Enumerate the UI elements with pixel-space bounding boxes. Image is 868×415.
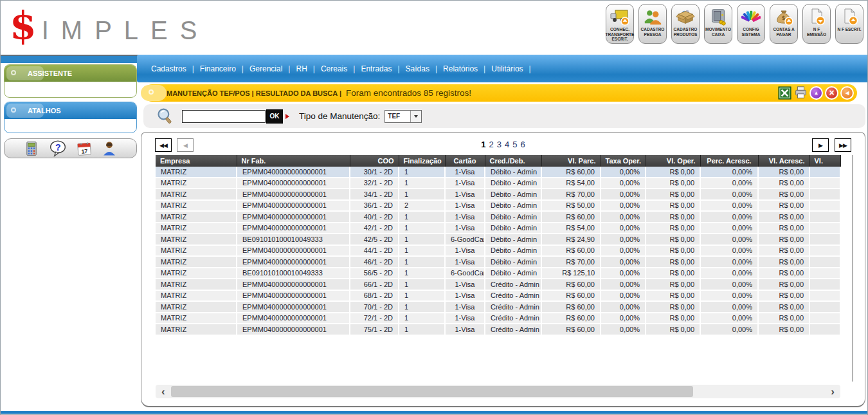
table-cell: 1-Visa [445, 200, 485, 212]
scroll-right-icon[interactable]: › [831, 385, 835, 398]
table-cell: 0,00% [700, 234, 758, 245]
menu-item-gerencial[interactable]: Gerencial [249, 64, 282, 73]
tipo-manutencao-select[interactable]: TEF [384, 110, 422, 123]
table-row[interactable]: MATRIZEPMM040000000000000144/1 - 2D11-Vi… [156, 245, 840, 257]
table-cell: 0,00% [601, 234, 646, 245]
column-header-taxa-oper[interactable]: Taxa Oper. [601, 155, 646, 167]
page-link-5[interactable]: 5 [512, 140, 517, 149]
close-icon[interactable]: × [825, 86, 838, 100]
table-cell: 0,00% [700, 189, 758, 200]
select-dropdown-button[interactable] [410, 111, 421, 122]
table-cell: Débito - Admin [485, 200, 541, 212]
ok-button[interactable]: OK [266, 109, 283, 124]
table-cell [809, 167, 840, 178]
toolbar-button-movimento-caixa[interactable]: MOVIMENTO CAIXA [704, 4, 732, 44]
table-cell: EPMM0400000000000001 [237, 189, 350, 200]
help-icon[interactable]: ? [48, 140, 68, 158]
table-cell: 1-Visa [445, 189, 485, 200]
column-header-cartao[interactable]: Cartão [445, 155, 485, 167]
menu-item-financeiro[interactable]: Financeiro [200, 64, 236, 73]
back-icon[interactable]: ◀ [840, 86, 854, 100]
column-header-finalizacao[interactable]: Finalização [399, 155, 445, 167]
column-header-vl-acresc[interactable]: Vl. Acresc. [758, 155, 809, 167]
horizontal-scrollbar[interactable]: ‹ › [156, 385, 840, 398]
table-cell: 0,00% [601, 324, 646, 335]
column-header-vl-parc[interactable]: Vl. Parc. [541, 155, 601, 167]
vertical-scrollbar[interactable] [852, 155, 853, 382]
excel-export-icon[interactable] [777, 86, 791, 100]
page-link-6[interactable]: 6 [520, 140, 525, 149]
menu-item-utilitarios[interactable]: Utilitários [491, 64, 523, 73]
toolbar-button-cadastro-produtos[interactable]: CADASTRO PRODUTOS [671, 4, 700, 44]
table-body: MATRIZEPMM040000000000000130/1 - 2D11-Vi… [156, 167, 840, 335]
table-cell: MATRIZ [156, 279, 237, 290]
table-cell: Débito - Admin [485, 211, 541, 223]
table-row[interactable]: MATRIZEPMM040000000000000134/1 - 2D11-Vi… [156, 189, 840, 200]
toolbar-button-contas-a-pagar[interactable]: $ CONTAS A PAGAR [770, 4, 798, 44]
toolbar-button-nf-escrit[interactable]: N F ESCRIT. [835, 4, 863, 44]
horizontal-scrollbar-thumb[interactable] [171, 386, 693, 397]
menu-item-saidas[interactable]: Saídas [406, 64, 429, 73]
column-header-perc-acresc[interactable]: Perc. Acresc. [700, 155, 758, 167]
toolbar-button-conhec-transporte[interactable]: CONHEC. TRANSPORTE ESCRIT. [606, 4, 634, 44]
table-row[interactable]: MATRIZEPMM040000000000000172/1 - 2D11-Vi… [156, 313, 840, 324]
svg-text:$: $ [782, 15, 785, 21]
toolbar-button-config-sistema[interactable]: CONFIG SISTEMA [737, 4, 765, 44]
table-row[interactable]: MATRIZEPMM040000000000000168/1 - 2D11-Vi… [156, 290, 840, 302]
table-row[interactable]: MATRIZEPMM040000000000000146/1 - 2D11-Vi… [156, 256, 840, 268]
page-link-4[interactable]: 4 [505, 140, 509, 149]
table-cell: EPMM0400000000000001 [237, 301, 350, 313]
table-row[interactable]: MATRIZEPMM040000000000000130/1 - 2D11-Vi… [156, 167, 840, 178]
toolbar-button-label: CONHEC. TRANSPORTE ESCRIT. [606, 27, 635, 42]
table-row[interactable]: MATRIZEPMM040000000000000142/1 - 2D11-Vi… [156, 223, 840, 234]
column-header-coo[interactable]: COO [350, 155, 399, 167]
pagination-next-button[interactable]: ▶ [812, 138, 829, 152]
table-row[interactable]: MATRIZEPMM040000000000000175/1 - 2D11-Vi… [156, 324, 840, 335]
toolbar-button-label: CADASTRO PRODUTOS [672, 27, 699, 37]
calendar-icon[interactable]: 17 [76, 140, 93, 157]
table-cell: EPMM0400000000000001 [237, 245, 350, 257]
page-current[interactable]: 1 [481, 140, 485, 149]
table-cell: 1 [399, 189, 445, 200]
menu-item-entradas[interactable]: Entradas [361, 64, 392, 73]
table-row[interactable]: MATRIZEPMM040000000000000166/1 - 2D11-Vi… [156, 279, 840, 290]
table-cell: R$ 24,90 [541, 234, 601, 245]
table-cell: 34/1 - 2D [350, 189, 399, 200]
menu-item-cadastros[interactable]: Cadastros [151, 64, 186, 73]
table-row[interactable]: MATRIZEPMM040000000000000132/1 - 2D11-Vi… [156, 178, 840, 189]
assistente-panel-header[interactable]: ASSISTENTE [5, 65, 136, 82]
table-cell: 44/1 - 2D [350, 245, 399, 257]
calculator-icon[interactable] [23, 140, 40, 157]
menu-item-cereais[interactable]: Cereais [321, 64, 347, 73]
toolbar-button-cadastro-pessoa[interactable]: CADASTRO PESSOA [638, 4, 667, 44]
page-link-2[interactable]: 2 [489, 140, 494, 149]
menu-item-relatorios[interactable]: Relatórios [443, 64, 478, 73]
table-cell: R$ 0,00 [758, 167, 809, 178]
table-row[interactable]: MATRIZEPMM040000000000000140/1 - 2D11-Vi… [156, 211, 840, 223]
table-cell: 0,00% [700, 313, 758, 324]
column-header-vl[interactable]: Vl. [809, 155, 840, 167]
status-actions: ▲ × ◀ [777, 86, 854, 100]
menu-item-rh[interactable]: RH [296, 64, 307, 73]
table-cell: 68/1 - 2D [350, 290, 399, 302]
table-row[interactable]: MATRIZBE09101010001004933356/5 - 2D16-Go… [156, 268, 840, 279]
page-link-3[interactable]: 3 [497, 140, 502, 149]
column-header-cred-deb[interactable]: Cred./Deb. [485, 155, 541, 167]
column-header-empresa[interactable]: Empresa [156, 155, 237, 167]
column-header-vl-oper[interactable]: Vl. Oper. [646, 155, 700, 167]
collapse-icon[interactable]: ▲ [809, 86, 823, 100]
assistente-panel: ASSISTENTE [4, 64, 137, 98]
menu-separator: | [288, 64, 290, 73]
table-row[interactable]: MATRIZBE09101010001004933342/5 - 2D16-Go… [156, 234, 840, 245]
table-row[interactable]: MATRIZEPMM040000000000000136/1 - 2D21-Vi… [156, 200, 840, 212]
logo-dollar-icon: $ [10, 5, 37, 47]
search-input[interactable] [182, 110, 266, 123]
column-header-nr-fab[interactable]: Nr Fab. [237, 155, 350, 167]
user-icon[interactable] [101, 140, 118, 157]
print-icon[interactable] [793, 86, 808, 100]
scroll-left-icon[interactable]: ‹ [161, 385, 165, 398]
toolbar-button-nf-emissao[interactable]: N F EMISSÃO [802, 4, 831, 44]
atalhos-panel-header[interactable]: ATALHOS [5, 102, 136, 119]
pagination-last-button[interactable]: ▶▶ [835, 138, 851, 152]
table-row[interactable]: MATRIZEPMM040000000000000170/1 - 2D11-Vi… [156, 301, 840, 313]
